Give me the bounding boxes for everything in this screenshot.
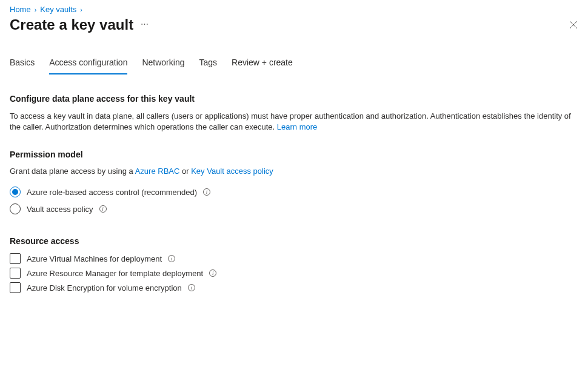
- learn-more-link[interactable]: Learn more: [277, 122, 317, 131]
- section-heading-permission-model: Permission model: [10, 150, 578, 159]
- checkbox-label-disk: Azure Disk Encryption for volume encrypt…: [27, 283, 182, 292]
- azure-rbac-link[interactable]: Azure RBAC: [135, 167, 180, 176]
- info-icon[interactable]: i: [99, 205, 107, 213]
- radio-label-vault-policy: Vault access policy: [27, 205, 93, 214]
- breadcrumb-keyvaults[interactable]: Key vaults: [40, 5, 76, 14]
- checkbox-row-arm: Azure Resource Manager for template depl…: [10, 268, 578, 279]
- radio-rbac[interactable]: [10, 187, 21, 197]
- tab-access-configuration[interactable]: Access configuration: [49, 58, 127, 74]
- configure-access-description: To access a key vault in data plane, all…: [10, 111, 578, 133]
- tab-review-create[interactable]: Review + create: [232, 58, 293, 74]
- radio-label-rbac: Azure role-based access control (recomme…: [27, 188, 197, 197]
- info-icon[interactable]: i: [209, 269, 216, 277]
- permission-model-intro: Grant data plane access by using a Azure…: [10, 167, 578, 176]
- breadcrumb-home[interactable]: Home: [10, 5, 31, 14]
- checkbox-disk[interactable]: [10, 282, 21, 293]
- info-icon[interactable]: i: [168, 255, 175, 262]
- info-icon[interactable]: i: [188, 284, 195, 291]
- close-icon[interactable]: [569, 20, 578, 30]
- more-icon[interactable]: ⋯: [141, 19, 149, 31]
- checkbox-row-disk: Azure Disk Encryption for volume encrypt…: [10, 282, 578, 293]
- keyvault-policy-link[interactable]: Key Vault access policy: [191, 167, 273, 176]
- tab-tags[interactable]: Tags: [199, 58, 217, 74]
- section-heading-resource-access: Resource access: [10, 236, 578, 246]
- intro-prefix: Grant data plane access by using a: [10, 167, 135, 176]
- radio-vault-policy[interactable]: [10, 203, 21, 214]
- page-title-wrap: Create a key vault ⋯: [10, 16, 149, 33]
- page-header: Create a key vault ⋯: [10, 16, 578, 33]
- resource-access-checkbox-group: Azure Virtual Machines for deployment i …: [10, 253, 578, 293]
- tab-networking[interactable]: Networking: [142, 58, 184, 74]
- breadcrumb: Home › Key vaults ›: [10, 5, 578, 14]
- info-icon[interactable]: i: [203, 188, 210, 196]
- checkbox-label-vms: Azure Virtual Machines for deployment: [27, 254, 162, 263]
- checkbox-label-arm: Azure Resource Manager for template depl…: [27, 269, 203, 278]
- checkbox-vms[interactable]: [10, 253, 21, 264]
- tabs: Basics Access configuration Networking T…: [10, 58, 578, 74]
- chevron-right-icon: ›: [35, 6, 37, 13]
- checkbox-arm[interactable]: [10, 268, 21, 279]
- radio-row-rbac: Azure role-based access control (recomme…: [10, 187, 578, 197]
- permission-model-radio-group: Azure role-based access control (recomme…: [10, 187, 578, 214]
- tab-basics[interactable]: Basics: [10, 58, 35, 74]
- section-heading-configure-access: Configure data plane access for this key…: [10, 94, 578, 104]
- radio-row-vault-policy: Vault access policy i: [10, 203, 578, 214]
- checkbox-row-vms: Azure Virtual Machines for deployment i: [10, 253, 578, 264]
- intro-or: or: [179, 167, 191, 176]
- page-title: Create a key vault: [10, 16, 133, 33]
- chevron-right-icon: ›: [80, 6, 82, 13]
